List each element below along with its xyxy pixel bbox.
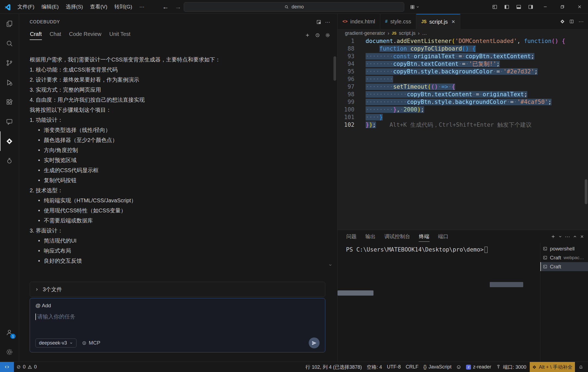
send-button[interactable] [309,337,320,348]
toggle-panel-icon[interactable] [513,1,525,13]
layout-grid-menu-button[interactable] [408,2,422,12]
new-session-plus-icon[interactable] [305,33,310,38]
codebuddy-scrollbar[interactable] [333,56,336,81]
tab-index-html[interactable]: <> index.html [338,14,380,29]
close-button[interactable] [571,0,588,14]
editor-scrollbar[interactable] [585,179,587,204]
assistant-text-line: 我将按照以下步骤规划这个项目： [30,105,323,115]
toggle-secondary-sidebar-icon[interactable] [525,1,537,13]
completion-hint-badge[interactable]: Alt + \ 手动补全 [530,362,575,372]
back-icon[interactable]: ← [160,3,171,11]
tab-unit-test[interactable]: Unit Test [109,29,131,40]
task-input[interactable]: 请输入你的任务 [35,313,320,320]
split-editor-icon[interactable] [569,19,574,24]
terminal-item-powershell[interactable]: powershell [540,244,588,253]
tab-craft[interactable]: Craft [30,29,42,40]
model-selector[interactable]: deepseek-v3 [35,339,76,348]
tab-problems[interactable]: 问题 [346,232,357,242]
assistant-bullet-item: •方向/角度控制 [30,145,323,155]
run-debug-icon[interactable] [0,73,19,92]
eol-status[interactable]: CRLF [403,362,421,372]
terminal-prompt: PS C:\Users\MATEBOOK14\Desktop\pro\demo> [346,246,484,253]
scroll-more-indicator[interactable] [328,263,332,267]
breadcrumb: gradient-generator › JS script.js › … [338,29,588,37]
code-line-text: ········const·originalText·=·copyBtn.tex… [366,52,534,60]
encoding-status[interactable]: UTF-8 [384,362,403,372]
task-composer[interactable]: @ Add 请输入你的任务 deepseek-v3 MCP [30,298,325,352]
language-label: JavaScript [428,364,451,370]
tab-ports[interactable]: 端口 [438,232,449,242]
feedback-smiley-icon[interactable] [454,362,464,372]
breadcrumb-folder[interactable]: gradient-generator [345,30,385,36]
tab-chat[interactable]: Chat [49,29,61,40]
tab-style-css[interactable]: # style.css [380,14,416,29]
menu-view[interactable]: 查看(V) [87,2,111,12]
problems-status[interactable]: 0 0 [14,362,39,372]
toggle-sidebar-icon[interactable] [501,1,513,13]
code-line: 102});Alt+K 生成代码，Ctrl+Shift+Enter 触发下个建议 [338,121,588,129]
terminal-item-craft[interactable]: Craft [540,262,588,271]
assistant-response: 根据用户需求，我们需要设计一个CSS渐变背景生成器，主要特点和要求如下：1. 核… [19,40,337,266]
maximize-panel-icon[interactable] [573,234,577,239]
breadcrumb-symbol[interactable]: … [422,30,427,36]
account-icon[interactable]: 1 [0,323,19,342]
source-control-icon[interactable] [0,53,19,73]
panel-more-icon[interactable]: ··· [565,234,570,240]
menu-selection[interactable]: 选择(S) [62,2,87,12]
mcp-button[interactable]: MCP [82,340,100,346]
tab-script-js[interactable]: JS script.js × [416,14,460,29]
port-status[interactable]: 端口: 3000 [494,362,529,372]
files-summary-bar[interactable]: 3个文件 [30,282,325,297]
notifications-bell-icon[interactable] [576,362,586,372]
breadcrumb-file[interactable]: script.js [399,30,415,36]
editor-group: <> index.html # style.css JS script.js ×… [338,14,588,362]
explorer-icon[interactable] [0,14,19,33]
customize-layout-icon[interactable] [489,1,501,13]
tab-label: script.js [429,19,448,25]
codebuddy-icon[interactable] [0,131,19,151]
files-summary-label: 3个文件 [43,286,62,293]
bullet-icon: • [38,206,44,216]
terminal-content[interactable]: PS C:\Users\MATEBOOK14\Desktop\pro\demo> [338,243,540,362]
terminal-cursor [485,247,488,253]
bullet-text: 方向/角度控制 [44,145,78,155]
new-terminal-icon[interactable] [551,234,556,239]
tab-close-icon[interactable]: × [452,18,455,25]
indentation-status[interactable]: 空格: 4 [364,362,384,372]
more-actions-icon[interactable]: ··· [325,19,330,25]
code-line-text: });Alt+K 生成代码，Ctrl+Shift+Enter 触发下个建议 [366,121,532,129]
codebuddy-editor-icon[interactable] [560,19,565,24]
agent-icon[interactable] [0,151,19,170]
settings-gear-icon[interactable] [0,342,19,362]
add-context-button[interactable]: @ Add [35,303,320,309]
tab-code-review[interactable]: Code Review [69,29,102,40]
tab-output[interactable]: 输出 [365,232,376,242]
terminal-item-craft-webpack[interactable]: Craft webpac… [540,253,588,262]
menu-edit[interactable]: 编辑(E) [38,2,62,12]
terminal-profile-chevron-icon[interactable] [558,235,562,238]
remote-indicator[interactable] [0,362,14,372]
tab-terminal[interactable]: 终端 [419,232,430,242]
extensions-icon[interactable] [0,92,19,112]
cursor-position[interactable]: 行 102, 列 4 (已选择3878) [303,362,364,372]
forward-icon[interactable]: → [173,3,183,11]
tab-debug-console[interactable]: 调试控制台 [384,232,411,242]
line-number: 100 [338,106,354,113]
menu-goto[interactable]: 转到(G) [111,2,136,12]
code-line: 99············copyBtn.style.backgroundCo… [338,98,588,106]
open-in-editor-icon[interactable] [316,20,321,24]
close-panel-icon[interactable] [580,234,584,239]
minimize-button[interactable] [537,0,554,14]
menu-more-icon[interactable]: ··· [136,2,148,12]
editor-more-icon[interactable]: ··· [578,18,584,24]
z-reader-status[interactable]: z z-reader [464,362,494,372]
restore-button[interactable] [554,0,571,14]
history-icon[interactable] [315,33,320,38]
ai-chat-icon[interactable] [0,112,19,131]
command-center-search[interactable]: demo [184,2,404,12]
language-mode[interactable]: {} JavaScript [421,362,454,372]
menu-file[interactable]: 文件(F) [14,2,38,12]
code-editor[interactable]: 1document.addEventListener('DOMContentLo… [338,37,588,230]
search-sidebar-icon[interactable] [0,33,19,53]
codebuddy-settings-icon[interactable] [325,33,330,38]
